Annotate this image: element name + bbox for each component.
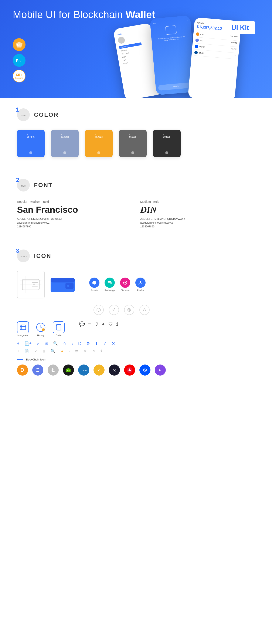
small-icons-gray: + 📄 ✓ ⊞ 🔍 ★ ‹ ⇄ ✕ ↻ ℹ (17, 348, 255, 354)
assets-outline-icon (94, 305, 104, 315)
ark-icon (124, 364, 135, 376)
search-gray-icon: 🔍 (50, 349, 55, 354)
font-sf-name: San Francisco (17, 205, 132, 215)
check-gray-icon: ✓ (34, 348, 38, 354)
icon-order: Order (53, 321, 64, 337)
chevron-left-gray-icon: ‹ (69, 349, 70, 354)
hero-section: Mobile UI for Blockchain Wallet UI Kit S… (0, 0, 272, 98)
hero-title-bold: Wallet (126, 9, 155, 20)
crypto-icons-row: ₿ Ξ Ł NEO DASH Z (17, 364, 255, 376)
icon-title: ICON (34, 252, 52, 259)
resize-icon: ⤢ (103, 341, 106, 346)
plus-icon: + (17, 341, 20, 346)
font-section: 2 TWO FONT Regular · Medium · Bold San F… (0, 168, 272, 239)
export-icon: ⬆ (95, 341, 98, 346)
color-section: 1 ONE COLOR #3574FA #8DA0C8 #F5A623 #666… (0, 98, 272, 168)
swatch-dot (165, 151, 168, 154)
icon-colored-wallet (49, 271, 76, 298)
color-swatch-gray: #666666 (119, 130, 146, 157)
polygon-icon (155, 364, 166, 376)
section-num-1: 1 ONE (17, 108, 30, 121)
grid-gray-icon: ⊞ (43, 349, 46, 353)
svg-point-12 (33, 284, 35, 285)
font-din-style: Medium · Bold (140, 200, 255, 204)
share-icon: ⬡ (78, 341, 82, 346)
small-icons-colored: + 📄+ ✓ ⊞ 🔍 ☆ ‹ ⬡ ⚙ ⬆ ⤢ ✕ (17, 341, 255, 346)
layers-icon: ≡ (88, 321, 91, 327)
font-din-nums: 1234567890 (140, 225, 255, 228)
waves-icon (140, 364, 150, 376)
discover-icon-circle (120, 278, 130, 288)
discover-outline-icon (124, 305, 134, 315)
icon-discover: Discover (120, 278, 130, 292)
icon-profile: Profile (135, 278, 146, 292)
assets-icon-circle (89, 278, 100, 288)
ui-kit-badge: UI Kit (225, 21, 255, 34)
svg-text:Z: Z (98, 368, 100, 372)
icon-exchange: Exchange (104, 278, 115, 292)
iota-icon (109, 364, 120, 376)
color-section-header: 1 ONE COLOR (17, 108, 255, 121)
profile-icon-circle (135, 278, 146, 288)
font-san-francisco: Regular · Medium · Bold San Francisco AB… (17, 200, 132, 228)
icon-history: History (35, 321, 47, 337)
svg-point-23 (128, 309, 130, 310)
btc-icon: ₿ (17, 364, 28, 376)
color-swatch-orange: #F5A623 (85, 130, 112, 157)
blockchain-text: BlockChain Icon (26, 358, 46, 361)
mangment-icon (17, 321, 29, 333)
svg-point-46 (158, 367, 163, 373)
svg-point-16 (67, 285, 69, 287)
svg-point-22 (128, 308, 131, 312)
font-sf-lower: abcdefghijklmnopqrstuvwxyz (17, 221, 132, 224)
x-gray-icon: ✕ (84, 348, 87, 354)
hero-badges: Sk Ps 60+ Screens (13, 38, 26, 82)
search-icon: 🔍 (53, 341, 58, 346)
font-din: Medium · Bold DIN ABCDEFGHIJKLMNOPQRSTUV… (140, 200, 255, 228)
info-icon: ℹ (116, 321, 118, 327)
neo-icon: NEO (63, 364, 74, 376)
swatch-dot (29, 151, 32, 154)
order-label: Order (56, 334, 62, 337)
named-icons-row: Assets Exchange Discover (89, 278, 146, 292)
svg-text:DASH: DASH (82, 370, 87, 372)
svg-rect-15 (66, 283, 74, 289)
eth-icon: Ξ (32, 364, 43, 376)
svg-rect-25 (20, 325, 26, 330)
hero-title: Mobile UI for Blockchain Wallet (13, 8, 155, 21)
history-label: History (37, 334, 44, 337)
grid-icon: ⊞ (45, 342, 48, 346)
section-num-3: 3 THREE (17, 250, 30, 262)
exchange-outline-icon (109, 305, 119, 315)
star-icon: ☆ (63, 341, 66, 346)
font-grid: Regular · Medium · Bold San Francisco AB… (17, 200, 255, 228)
svg-point-19 (124, 282, 126, 283)
profile-outline-icon (140, 305, 150, 315)
icon-section-header: 3 THREE ICON (17, 250, 255, 262)
arrows-gray-icon: ⇄ (75, 349, 78, 354)
redo-gray-icon: ↻ (92, 349, 96, 354)
ps-badge: Ps (13, 54, 26, 67)
font-title: FONT (34, 182, 53, 188)
blockchain-label: BlockChain Icon (17, 358, 255, 361)
swatch-dot (97, 151, 100, 154)
icon-section: 3 THREE ICON (0, 239, 272, 386)
ltc-icon: Ł (48, 364, 59, 376)
svg-text:Ps: Ps (16, 59, 20, 63)
icon-wireframe-wallet (17, 271, 44, 298)
swatch-dot (131, 151, 134, 154)
svg-point-24 (144, 308, 145, 310)
circle-icon: ● (102, 321, 105, 327)
screens-badge: 60+ Screens (13, 70, 26, 82)
info-gray-icon: ℹ (100, 349, 102, 354)
hero-title-part1: Mobile UI for Blockchain (13, 9, 126, 20)
blockchain-line (17, 359, 24, 360)
profile-label: Profile (137, 289, 144, 292)
font-sf-nums: 1234567890 (17, 225, 132, 228)
icon-assets: Assets (89, 278, 100, 292)
exchange-icon-circle (104, 278, 115, 288)
svg-text:Sk: Sk (17, 43, 20, 46)
discover-label: Discover (121, 289, 130, 292)
svg-point-20 (140, 281, 141, 283)
font-section-header: 2 TWO FONT (17, 179, 255, 192)
